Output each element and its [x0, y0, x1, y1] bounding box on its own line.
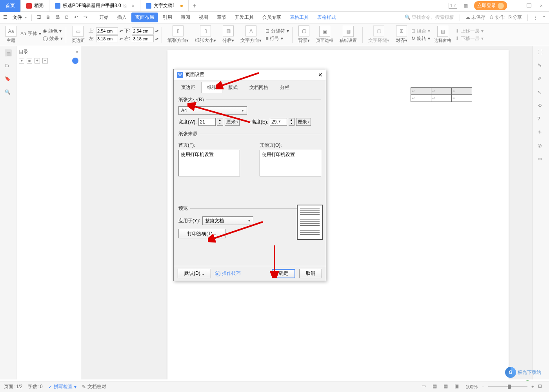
margins-icon[interactable]: ▭ [73, 26, 84, 37]
maximize-button[interactable] [524, 3, 534, 9]
view-mode-2-icon[interactable]: ▤ [433, 383, 440, 390]
page-border-icon[interactable]: ▣ [319, 26, 330, 37]
color-dropdown[interactable]: ◉ 颜色 ▾ [43, 28, 63, 34]
view-mode-4-icon[interactable]: ▣ [454, 383, 462, 390]
group-dropdown[interactable]: ⊡ 组合 ▾ [411, 28, 430, 34]
collapse-ribbon-icon[interactable]: ⌃ [542, 15, 546, 20]
outline-icon[interactable]: ▤ [5, 49, 12, 56]
margin-bottom-input[interactable] [132, 27, 154, 34]
menu-insert[interactable]: 插入 [113, 13, 131, 22]
tab-margins[interactable]: 页边距 [175, 82, 201, 93]
toc-tool-1[interactable]: ▾ [19, 58, 24, 64]
background-icon[interactable]: ▢ [298, 25, 309, 36]
columns-icon[interactable]: ▥ [223, 25, 234, 36]
unsaved-indicator[interactable]: ☁ 未保存 [465, 14, 485, 21]
view-mode-3-icon[interactable]: ▦ [444, 383, 451, 390]
collab-button[interactable]: ♺ 协作 [489, 14, 504, 21]
menu-table-style[interactable]: 表格样式 [313, 13, 340, 22]
menu-page-layout[interactable]: 页面布局 [131, 13, 158, 22]
help-icon[interactable]: ? [538, 116, 545, 123]
theme-icon[interactable]: Aa [5, 26, 16, 37]
apply-to-combo[interactable]: 整篇文档▼ [202, 216, 253, 225]
expand-icon[interactable]: ⛶ [538, 49, 545, 56]
width-input[interactable] [198, 118, 216, 126]
tab-grid[interactable]: 文档网格 [244, 82, 274, 93]
menu-review[interactable]: 审阅 [177, 13, 194, 22]
other-pages-list[interactable]: 使用打印机设置 [260, 150, 321, 176]
location-icon[interactable]: ◎ [538, 143, 545, 150]
app-grid-icon[interactable]: ▦ [461, 3, 470, 9]
paper-size-combo[interactable]: A4▼ [178, 106, 247, 115]
bookmark-icon[interactable]: 🔖 [5, 76, 12, 83]
save-as-icon[interactable]: 🗎 [46, 15, 52, 21]
search-box[interactable]: 🔍 查找命令、搜索模板 [405, 14, 454, 21]
settings-icon[interactable]: ⟲ [538, 103, 545, 110]
first-page-list[interactable]: 使用打印机设置 [178, 150, 240, 176]
breaks-dropdown[interactable]: ⊟ 分隔符 ▾ [265, 28, 289, 34]
read-icon[interactable]: ▭ [538, 156, 545, 163]
width-unit[interactable]: 厘米▾ [225, 118, 240, 126]
tab-pdf-manual[interactable]: 极速PDF编辑器用户手册3.0⎘× [49, 0, 140, 12]
rotate-dropdown[interactable]: ↻ 旋转 ▾ [411, 35, 430, 42]
menu-table-tools[interactable]: 表格工具 [286, 13, 313, 22]
toc-tool-2[interactable]: ◂▸ [27, 58, 32, 64]
page-indicator[interactable]: 页面: 1/2 [4, 383, 22, 390]
font-dropdown[interactable]: Aa 字体 ▾ [20, 30, 41, 37]
margin-right-input[interactable] [132, 35, 154, 42]
effect-dropdown[interactable]: ◯ 效果 ▾ [43, 35, 63, 42]
new-tab-button[interactable]: + [189, 0, 200, 12]
undo-icon[interactable]: ↶ [74, 15, 80, 21]
login-button[interactable]: 立即登录 [474, 1, 507, 10]
share-button[interactable]: ⎘ 分享 [509, 14, 522, 21]
tab-layout[interactable]: 版式 [222, 82, 244, 93]
paper-size-icon[interactable]: ▯ [200, 25, 211, 36]
file-menu[interactable]: 文件 [13, 14, 22, 21]
grid-paper-icon[interactable]: ▦ [343, 26, 354, 37]
tab-daoke[interactable]: 稻壳 [21, 0, 49, 12]
menu-chapter[interactable]: 章节 [213, 13, 230, 22]
close-icon[interactable]: × [132, 3, 135, 9]
more-icon[interactable]: ⋮ [533, 15, 538, 20]
text-direction-icon[interactable]: A [245, 25, 256, 36]
assistant-icon[interactable]: ✎ [538, 63, 545, 70]
tips-link[interactable]: ▸操作技巧 [215, 270, 241, 277]
menu-devtools[interactable]: 开发工具 [231, 13, 258, 22]
menu-start[interactable]: 开始 [95, 13, 113, 22]
cancel-button[interactable]: 取消 [299, 269, 322, 278]
spellcheck-toggle[interactable]: ✓ 拼写检查 ▾ [48, 383, 76, 390]
zoom-out-button[interactable]: − [482, 384, 484, 390]
orientation-icon[interactable]: ▯ [173, 25, 184, 36]
toc-tool-4[interactable]: − [42, 58, 48, 64]
feature-icon[interactable]: ⚛ [538, 129, 545, 136]
width-down[interactable]: ▼ [217, 122, 223, 125]
margin-left-input[interactable] [96, 35, 118, 42]
zoom-value[interactable]: 100% [465, 384, 478, 390]
toc-tool-3[interactable]: + [35, 58, 40, 64]
selection-pane-icon[interactable]: ▤ [437, 26, 448, 37]
close-button[interactable]: × [538, 3, 545, 9]
menu-view[interactable]: 视图 [195, 13, 212, 22]
layout-switch-icon[interactable]: 1 2 [449, 3, 457, 9]
height-down[interactable]: ▼ [289, 122, 294, 125]
ok-button[interactable]: 确定 [272, 269, 295, 278]
proofread-button[interactable]: ✎ 文档校对 [82, 383, 106, 390]
default-button[interactable]: 默认(D)... [178, 269, 211, 278]
align-icon[interactable]: ⊞ [396, 25, 407, 36]
zoom-in-button[interactable]: + [531, 384, 534, 390]
fit-icon[interactable]: ⊡ [538, 383, 545, 390]
redo-icon[interactable]: ↷ [84, 15, 90, 21]
select-icon[interactable]: ↖ [538, 89, 545, 96]
save-icon[interactable]: 🖫 [36, 15, 43, 21]
print-preview-icon[interactable]: 🗋 [65, 15, 71, 21]
tab-columns[interactable]: 分栏 [274, 82, 295, 93]
lineno-dropdown[interactable]: ≡ 行号 ▾ [265, 35, 289, 42]
word-count[interactable]: 字数: 0 [28, 383, 42, 390]
toc-badge-icon[interactable] [72, 58, 78, 64]
height-up[interactable]: ▲ [289, 118, 294, 122]
dialog-close-button[interactable]: ✕ [318, 72, 323, 78]
margin-top-input[interactable] [96, 27, 118, 34]
tab-pin-icon[interactable]: ⎘ [124, 3, 126, 9]
close-icon[interactable]: × [76, 49, 78, 55]
tab-document1[interactable]: 文字文稿1 [140, 0, 189, 12]
print-icon[interactable]: 🖶 [55, 15, 62, 21]
